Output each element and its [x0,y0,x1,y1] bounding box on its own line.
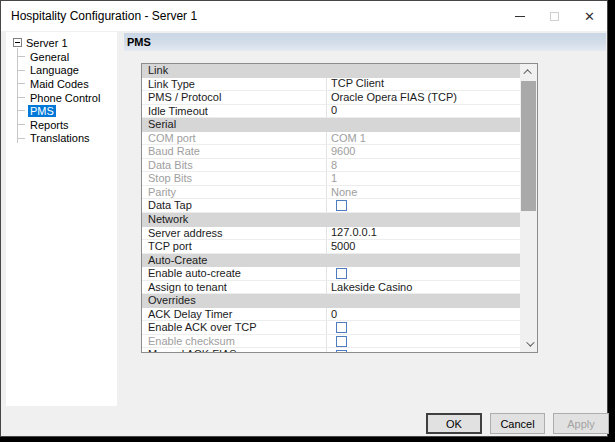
property-value[interactable]: COM 1 [326,132,520,145]
sidebar-item-reports[interactable]: Reports [6,118,117,132]
tree-children: GeneralLanguageMaid CodesPhone ControlPM… [6,50,117,145]
property-grid-rows: LinkLink TypeTCP ClientPMS / ProtocolOra… [142,64,520,352]
collapse-minus-icon[interactable] [13,38,22,47]
sidebar-item-general[interactable]: General [6,50,117,64]
property-value[interactable]: 1 [326,172,520,185]
sidebar-item-translations[interactable]: Translations [6,132,117,146]
property-label: Link Type [142,78,326,91]
tree-root-label: Server 1 [26,37,68,49]
sidebar-item-phone-control[interactable]: Phone Control [6,91,117,105]
property-value[interactable] [326,321,520,334]
section-row: Network [142,213,520,227]
sidebar-item-pms[interactable]: PMS [6,104,117,118]
property-label: Auto-Create [142,254,520,267]
property-row[interactable]: Manual ACK FIAS [142,348,520,352]
property-value[interactable] [326,348,520,352]
property-value[interactable] [326,199,520,212]
property-row[interactable]: Assign to tenantLakeside Casino [142,281,520,295]
sidebar-item-language[interactable]: Language [6,64,117,78]
property-row[interactable]: Baud Rate9600 [142,145,520,159]
sidebar-item-label: Reports [28,119,71,131]
property-label: ACK Delay Timer [142,308,326,321]
property-row[interactable]: Server address127.0.0.1 [142,227,520,241]
property-label: Manual ACK FIAS [142,348,326,352]
ok-button[interactable]: OK [426,413,482,434]
section-row: Serial [142,118,520,132]
checkbox[interactable] [336,268,347,279]
property-row[interactable]: ACK Delay Timer0 [142,308,520,322]
sidebar-item-label: Translations [28,132,92,144]
property-label: Serial [142,118,520,131]
sidebar-item-label: Phone Control [28,92,102,104]
property-label: Enable checksum [142,335,326,348]
property-value[interactable] [326,335,520,348]
property-row[interactable]: Idle Timeout0 [142,105,520,119]
property-label: Link [142,64,520,77]
property-value[interactable]: Lakeside Casino [326,281,520,294]
property-label: Server address [142,227,326,240]
property-value[interactable] [326,267,520,280]
scroll-up-button[interactable] [520,64,537,80]
config-tree: Server 1 GeneralLanguageMaid CodesPhone … [6,32,117,406]
screenshot-canvas: Hospitality Configuration - Server 1 ✕ S… [0,0,615,442]
property-row[interactable]: Enable checksum [142,335,520,349]
property-value[interactable]: 127.0.0.1 [326,227,520,240]
minimize-icon [515,16,525,17]
scrollbar-thumb[interactable] [521,81,536,211]
checkbox[interactable] [336,350,347,352]
property-label: Baud Rate [142,145,326,158]
vertical-scrollbar[interactable] [520,64,537,352]
tree-branch-tick [17,83,25,84]
tree-root-server1[interactable]: Server 1 [6,36,117,50]
close-button[interactable]: ✕ [572,1,607,31]
property-value[interactable]: Oracle Opera FIAS (TCP) [326,91,520,104]
apply-button[interactable]: Apply [553,413,609,434]
tree-branch-tick [17,97,25,98]
tree-branch-tick [17,70,25,71]
cancel-button[interactable]: Cancel [490,413,545,434]
title-bar: Hospitality Configuration - Server 1 ✕ [1,1,607,31]
checkbox[interactable] [336,336,347,347]
sidebar-item-maid-codes[interactable]: Maid Codes [6,77,117,91]
maximize-button[interactable] [537,1,572,31]
property-row[interactable]: Enable ACK over TCP [142,321,520,335]
property-value[interactable]: TCP Client [326,78,520,91]
page-title: PMS [124,33,606,51]
property-row[interactable]: PMS / ProtocolOracle Opera FIAS (TCP) [142,91,520,105]
section-row: Link [142,64,520,78]
checkbox[interactable] [336,322,347,333]
property-row[interactable]: Link TypeTCP Client [142,78,520,92]
minimize-button[interactable] [502,1,537,31]
window-controls: ✕ [502,1,607,31]
property-row[interactable]: Data Tap [142,199,520,213]
property-value[interactable]: 5000 [326,240,520,253]
property-row[interactable]: ParityNone [142,186,520,200]
page-title-label: PMS [127,36,151,48]
property-value[interactable]: None [326,186,520,199]
tree-branch-tick [17,110,25,111]
property-row[interactable]: Stop Bits1 [142,172,520,186]
checkbox[interactable] [336,200,347,211]
property-row[interactable]: TCP port5000 [142,240,520,254]
property-row[interactable]: Enable auto-create [142,267,520,281]
maximize-icon [550,12,559,21]
property-row[interactable]: COM portCOM 1 [142,132,520,146]
dialog-window: Hospitality Configuration - Server 1 ✕ S… [0,0,608,437]
property-label: Parity [142,186,326,199]
property-value[interactable]: 0 [326,105,520,118]
close-icon: ✕ [584,10,595,23]
scroll-down-button[interactable] [520,336,537,352]
property-label: COM port [142,132,326,145]
property-row[interactable]: Data Bits8 [142,159,520,173]
property-value[interactable]: 0 [326,308,520,321]
property-value[interactable]: 8 [326,159,520,172]
property-label: Assign to tenant [142,281,326,294]
property-label: PMS / Protocol [142,91,326,104]
property-label: Network [142,213,520,226]
property-label: Data Bits [142,159,326,172]
property-label: Idle Timeout [142,105,326,118]
window-title: Hospitality Configuration - Server 1 [1,9,197,23]
tree-branch-tick [17,124,25,125]
sidebar-item-label: General [28,51,71,63]
property-value[interactable]: 9600 [326,145,520,158]
